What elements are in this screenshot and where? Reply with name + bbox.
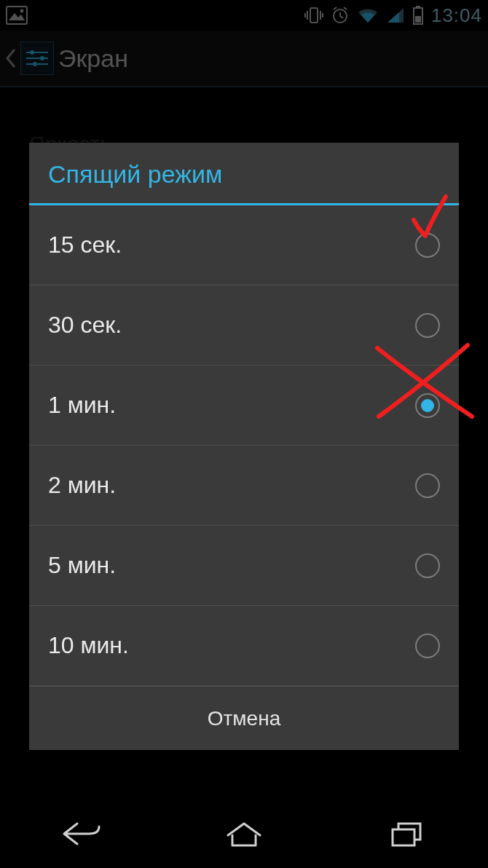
option-label: 10 мин. [48, 632, 129, 659]
dialog-footer: Отмена [29, 686, 459, 750]
option-label: 15 сек. [48, 232, 122, 259]
option-label: 1 мин. [48, 392, 116, 419]
option-1min[interactable]: 1 мин. [29, 366, 459, 446]
option-10min[interactable]: 10 мин. [29, 606, 459, 686]
nav-recent-button[interactable] [363, 819, 450, 848]
option-label: 30 сек. [48, 312, 122, 339]
radio-icon [415, 393, 440, 418]
navigation-bar [0, 800, 488, 868]
radio-icon [415, 473, 440, 498]
option-15sec[interactable]: 15 сек. [29, 205, 459, 285]
dialog-title: Спящий режим [29, 143, 459, 205]
radio-icon [415, 634, 440, 658]
svg-rect-17 [393, 829, 414, 845]
cancel-button[interactable]: Отмена [29, 687, 459, 750]
radio-icon [415, 313, 440, 338]
option-2min[interactable]: 2 мин. [29, 446, 459, 526]
option-5min[interactable]: 5 мин. [29, 526, 459, 606]
option-30sec[interactable]: 30 сек. [29, 285, 459, 366]
option-list: 15 сек. 30 сек. 1 мин. 2 мин. 5 мин. 10 … [29, 205, 459, 686]
nav-back-button[interactable] [38, 819, 125, 848]
nav-home-button[interactable] [200, 819, 288, 848]
radio-icon [415, 553, 440, 578]
option-label: 2 мин. [48, 472, 116, 499]
radio-icon [415, 233, 440, 258]
sleep-timeout-dialog: Спящий режим 15 сек. 30 сек. 1 мин. 2 ми… [29, 143, 459, 750]
option-label: 5 мин. [48, 552, 116, 579]
